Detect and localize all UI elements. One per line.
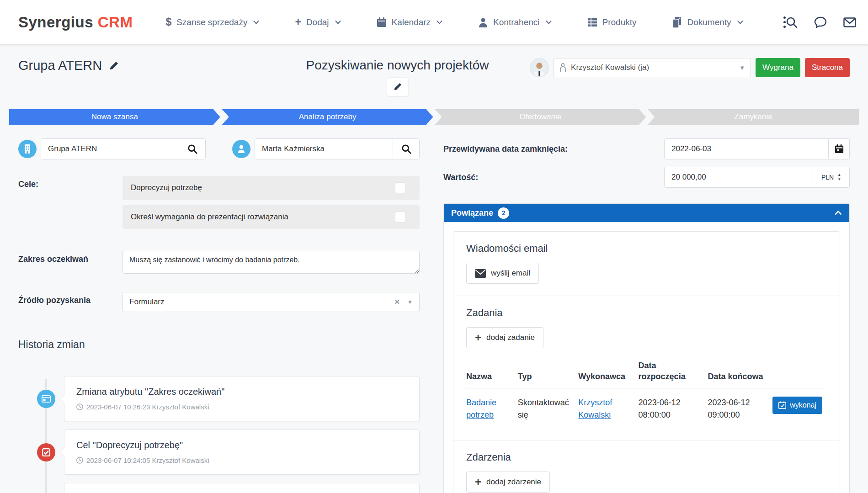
add-task-label: dodaj zadanie — [486, 333, 535, 342]
goals-label: Cele: — [18, 176, 122, 234]
task-type: Skontaktować się — [518, 388, 579, 428]
brand-name: Synergius — [18, 14, 93, 31]
add-event-button[interactable]: + dodaj zdarzenie — [466, 472, 550, 493]
goal-checkbox[interactable] — [395, 182, 406, 193]
currency-value: PLN — [821, 174, 834, 181]
history-card[interactable]: Cel "Doprecyzuj potrzebę" 2023-06-07 10:… — [64, 483, 420, 493]
send-email-label: wyślij email — [491, 269, 530, 278]
add-task-button[interactable]: + dodaj zadanie — [466, 327, 543, 348]
lost-button[interactable]: Stracona — [805, 58, 850, 77]
history-title: Historia zmian — [18, 339, 420, 351]
magnifier-icon — [187, 144, 197, 154]
company-search-button[interactable] — [179, 139, 205, 159]
page-header: Grupa ATERN Pozyskiwanie nowych projektó… — [0, 44, 868, 96]
divider — [18, 363, 420, 363]
history-item: Cel "Doprecyzuj potrzebę" 2023-06-07 10:… — [18, 429, 420, 475]
attribute-change-icon — [37, 390, 55, 408]
right-column: Przewidywana data zamknięcia: Wartość: P… — [443, 125, 850, 493]
chevron-down-icon — [437, 20, 442, 24]
history-card-meta: 2023-06-07 10:26:23 Krzysztof Kowalski — [86, 403, 209, 411]
search-icon[interactable] — [786, 16, 798, 28]
goal-item: Doprecyzuj potrzebę — [122, 176, 420, 200]
menu-contractors[interactable]: Kontrahenci — [478, 17, 551, 27]
mail-icon[interactable] — [843, 17, 856, 27]
edit-company-pencil-icon[interactable] — [109, 61, 118, 70]
clear-icon[interactable]: ✕ — [394, 298, 400, 306]
contact-lookup — [232, 138, 420, 159]
related-panel-header[interactable]: Powiązane 2 — [444, 204, 849, 222]
scope-label: Zakres oczekiwań — [18, 251, 122, 276]
close-date-input[interactable] — [664, 138, 829, 159]
clock-icon — [76, 403, 83, 410]
history-timeline: Zmiana atrybutu "Zakres oczekiwań" 2023-… — [18, 376, 420, 493]
goal-label: Określ wymagania do prezentacji rozwiąza… — [131, 212, 288, 222]
task-name-link[interactable]: Badanie potrzeb — [466, 398, 496, 420]
owner-select-value: Krzysztof Kowalski (ja) — [571, 63, 649, 72]
calendar-icon — [377, 17, 387, 27]
complete-task-button[interactable]: wykonaj — [772, 397, 822, 414]
history-card[interactable]: Cel "Doprecyzuj potrzebę" 2023-06-07 10:… — [64, 429, 420, 475]
pipeline-stages: Nowa szansa Analiza potrzeby Ofertowanie… — [9, 109, 859, 125]
person-icon — [478, 17, 488, 27]
clock-icon — [76, 457, 83, 464]
contact-person-icon — [232, 140, 250, 158]
stage-zamykanie[interactable]: Zamykanie — [648, 109, 859, 125]
menu-documents[interactable]: Dokumenty — [672, 17, 743, 28]
pencil-icon — [394, 83, 402, 91]
history-item: Zmiana atrybutu "Zakres oczekiwań" 2023-… — [18, 376, 420, 421]
menu-calendar[interactable]: Kalendarz — [377, 17, 443, 27]
menu-label: Dodaj — [306, 17, 329, 27]
grid-list-icon — [587, 17, 597, 27]
tasks-section: Zadania + dodaj zadanie Nazwa Typ Wykona… — [453, 296, 840, 440]
goal-label: Doprecyzuj potrzebę — [131, 183, 202, 192]
email-section: Wiadomości email wyślij email — [453, 232, 840, 296]
edit-title-button[interactable] — [387, 77, 409, 96]
history-card-meta: 2023-06-07 10:24:05 Krzysztof Kowalski — [86, 456, 209, 464]
brand-logo[interactable]: Synergius CRM — [18, 14, 133, 31]
stage-nowa-szansa[interactable]: Nowa szansa — [9, 109, 220, 125]
menu-label: Kalendarz — [392, 17, 431, 27]
related-panel: Powiązane 2 Wiadomości email wyślij emai… — [443, 203, 850, 493]
scope-textarea[interactable]: Muszą się zastanowić i wrócimy do badani… — [122, 251, 420, 274]
caret-down-icon: ▼ — [739, 64, 745, 71]
related-title: Powiązane — [451, 208, 493, 218]
value-label: Wartość: — [443, 173, 478, 182]
contact-search-button[interactable] — [393, 139, 419, 159]
menu-label: Produkty — [602, 17, 637, 27]
navbar-actions — [786, 11, 868, 33]
column-header: Wykonawca — [578, 357, 638, 388]
source-select-value: Formularz — [129, 297, 165, 307]
stage-ofertowanie[interactable]: Ofertowanie — [435, 109, 646, 125]
spinner-icon: ▲▼ — [837, 173, 841, 181]
plus-icon: + — [475, 477, 481, 488]
menu-products[interactable]: Produkty — [587, 17, 637, 27]
menu-label: Kontrahenci — [493, 17, 539, 27]
company-input[interactable] — [41, 139, 179, 159]
column-header: Nazwa — [466, 357, 518, 388]
goal-unchecked-icon — [37, 443, 55, 461]
history-card[interactable]: Zmiana atrybutu "Zakres oczekiwań" 2023-… — [64, 376, 420, 421]
close-date-group — [664, 138, 850, 159]
history-card-title: Zmiana atrybutu "Zakres oczekiwań" — [76, 387, 407, 397]
chevron-down-icon — [546, 20, 552, 24]
owner-select[interactable]: Krzysztof Kowalski (ja) ▼ — [554, 58, 751, 77]
source-label: Źródło pozyskania — [18, 292, 122, 312]
menu-sales-opportunities[interactable]: $ Szanse sprzedaży — [165, 17, 259, 27]
goal-item: Określ wymagania do prezentacji rozwiąza… — [122, 205, 420, 229]
source-select[interactable]: Formularz ✕ ▼ — [122, 292, 420, 312]
stage-analiza-potrzeby[interactable]: Analiza potrzeby — [222, 109, 433, 125]
task-end: 2023-06-12 09:00:00 — [708, 388, 773, 428]
contact-input[interactable] — [255, 139, 393, 159]
chat-icon[interactable] — [814, 16, 827, 28]
goal-checkbox[interactable] — [395, 212, 406, 223]
add-event-label: dodaj zdarzenie — [486, 477, 541, 487]
left-column: Cele: Doprecyzuj potrzebę Określ wymagan… — [18, 125, 420, 493]
value-input[interactable] — [664, 167, 813, 188]
task-assignee-link[interactable]: Krzysztof Kowalski — [578, 398, 612, 420]
menu-add[interactable]: + Dodaj — [295, 17, 341, 27]
calendar-picker-button[interactable] — [829, 138, 850, 159]
send-email-button[interactable]: wyślij email — [466, 263, 539, 284]
chevron-up-icon[interactable] — [835, 211, 842, 215]
won-button[interactable]: Wygrana — [756, 58, 800, 77]
currency-select[interactable]: PLN ▲▼ — [813, 167, 850, 188]
